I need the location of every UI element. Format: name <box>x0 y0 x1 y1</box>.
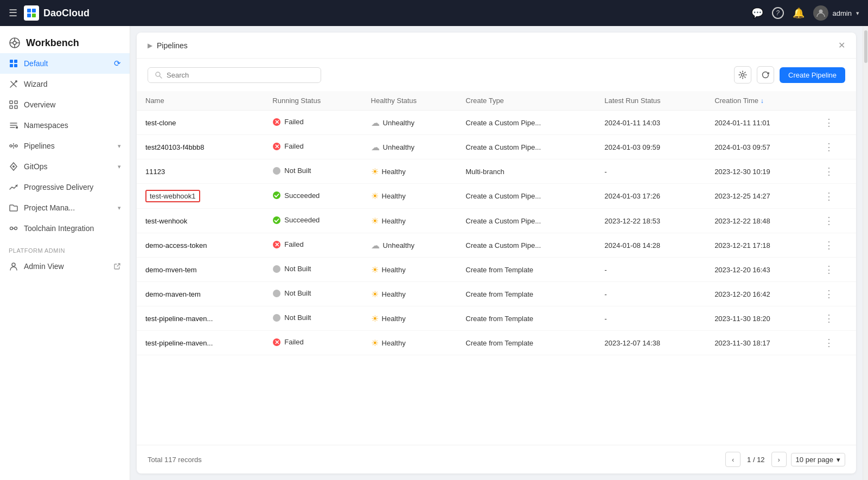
sidebar-item-project[interactable]: Project Mana... ▾ <box>0 197 130 218</box>
more-actions-button[interactable]: ⋮ <box>824 191 834 202</box>
prev-page-button[interactable]: ‹ <box>725 452 741 467</box>
latest-run-cell: - <box>596 306 706 331</box>
sun-icon: ☀ <box>371 313 379 324</box>
create-type-cell: Create a Custom Pipe... <box>457 111 596 135</box>
pipeline-name[interactable]: test-wenhook <box>145 217 187 225</box>
more-actions-button[interactable]: ⋮ <box>824 289 834 299</box>
settings-icon-button[interactable] <box>734 66 751 84</box>
menu-icon[interactable]: ☰ <box>9 7 17 19</box>
more-actions-button[interactable]: ⋮ <box>824 142 834 152</box>
pipeline-name[interactable]: demo-maven-tem <box>145 290 201 298</box>
running-status-badge: ✕ Failed <box>272 142 303 151</box>
pipeline-name[interactable]: test-pipeline-maven... <box>145 339 213 347</box>
sidebar-item-overview[interactable]: Overview <box>0 94 130 115</box>
latest-run-cell: 2023-12-22 18:53 <box>596 209 706 233</box>
name-cell: 11123 <box>137 159 264 184</box>
sidebar-progressive-label: Progressive Delivery <box>24 183 121 191</box>
running-status-cell: Succeeded <box>264 184 362 209</box>
next-page-button[interactable]: › <box>771 452 787 467</box>
create-type-cell: Create from Template <box>457 331 596 355</box>
healthy-badge: ☁ Unhealthy <box>371 118 415 128</box>
table-row: test-pipeline-maven... Not Built ☀ Healt… <box>137 306 856 331</box>
svg-rect-3 <box>32 14 36 17</box>
close-button[interactable]: ✕ <box>838 40 845 50</box>
user-menu[interactable]: admin ▾ <box>813 5 859 21</box>
healthy-badge: ☁ Unhealthy <box>371 142 415 152</box>
sidebar-item-default[interactable]: Default ⟳ <box>0 53 130 74</box>
scrollbar-thumb[interactable] <box>864 30 867 63</box>
running-status-label: Failed <box>284 338 303 346</box>
more-actions-button[interactable]: ⋮ <box>824 240 834 251</box>
name-cell: test-clone <box>137 111 264 135</box>
per-page-select[interactable]: 10 per page ▾ <box>791 453 845 466</box>
actions-cell: ⋮ <box>815 159 856 184</box>
pipeline-name[interactable]: test-webhook1 <box>145 190 200 202</box>
help-icon[interactable]: ? <box>772 7 784 19</box>
sidebar-item-progressive[interactable]: Progressive Delivery <box>0 177 130 197</box>
pipelines-table: Name Running Status Healthy Status Creat… <box>137 91 856 355</box>
refresh-icon-button[interactable] <box>757 66 774 84</box>
sidebar-item-namespaces[interactable]: Namespaces <box>0 115 130 136</box>
pipeline-name[interactable]: test-pipeline-maven... <box>145 315 213 323</box>
create-type-cell: Create a Custom Pipe... <box>457 233 596 258</box>
name-cell: test-wenhook <box>137 209 264 233</box>
pipeline-name[interactable]: 11123 <box>145 168 165 176</box>
svg-rect-20 <box>16 126 18 129</box>
actions-cell: ⋮ <box>815 184 856 209</box>
more-actions-button[interactable]: ⋮ <box>824 264 834 275</box>
search-box[interactable] <box>148 67 321 83</box>
pipeline-name[interactable]: demo-access-token <box>145 241 207 249</box>
sun-icon: ☀ <box>371 167 379 177</box>
more-actions-button[interactable]: ⋮ <box>824 215 834 226</box>
col-name: Name <box>137 91 264 111</box>
chat-icon[interactable]: 💬 <box>751 7 763 19</box>
create-type-cell: Multi-branch <box>457 159 596 184</box>
pipelines-arrow: ▾ <box>118 143 121 150</box>
more-actions-button[interactable]: ⋮ <box>824 313 834 324</box>
sun-icon: ☀ <box>371 265 379 275</box>
create-type-cell: Create from Template <box>457 282 596 306</box>
running-status-cell: Not Built <box>264 258 362 282</box>
pipeline-icon <box>9 141 18 151</box>
sidebar-item-admin-view[interactable]: Admin View <box>0 256 130 277</box>
more-actions-button[interactable]: ⋮ <box>824 117 834 128</box>
healthy-status-label: Unhealthy <box>383 241 415 249</box>
notbuilt-icon <box>272 167 281 175</box>
healthy-status-label: Healthy <box>382 217 406 225</box>
failed-icon: ✕ <box>272 118 281 126</box>
sidebar-pipelines-label: Pipelines <box>24 142 112 150</box>
admin-icon <box>9 261 18 271</box>
bell-icon[interactable]: 🔔 <box>793 7 805 19</box>
creation-time-cell: 2023-12-22 18:48 <box>706 209 815 233</box>
healthy-badge: ☀ Healthy <box>371 289 406 299</box>
pipeline-name[interactable]: test-clone <box>145 119 176 127</box>
sidebar-item-pipelines[interactable]: Pipelines ▾ <box>0 136 130 156</box>
pipeline-name[interactable]: test240103-f4bbb8 <box>145 143 204 151</box>
create-pipeline-button[interactable]: Create Pipeline <box>780 67 845 83</box>
pipelines-card: ▶ Pipelines ✕ <box>137 33 856 473</box>
workbench-label: Workbench <box>26 37 79 49</box>
refresh-icon[interactable]: ⟳ <box>114 59 121 68</box>
sort-icon[interactable]: ↓ <box>761 97 764 105</box>
more-actions-button[interactable]: ⋮ <box>824 337 834 348</box>
sidebar-item-toolchain[interactable]: Toolchain Integration <box>0 218 130 239</box>
healthy-status-cell: ☀ Healthy <box>362 331 457 355</box>
svg-point-46 <box>273 314 280 322</box>
pipeline-name[interactable]: demo-mven-tem <box>145 266 197 274</box>
search-icon <box>155 71 162 79</box>
name-cell: demo-mven-tem <box>137 258 264 282</box>
expand-icon[interactable]: ▶ <box>148 42 152 49</box>
svg-point-39 <box>273 167 280 175</box>
table-footer: Total 117 records ‹ 1 / 12 › 10 per page… <box>137 445 856 473</box>
sidebar-item-wizard[interactable]: Wizard <box>0 74 130 94</box>
col-running-status: Running Status <box>264 91 362 111</box>
running-status-cell: Not Built <box>264 306 362 331</box>
svg-rect-16 <box>10 101 12 104</box>
sidebar-item-gitops[interactable]: GitOps ▾ <box>0 156 130 177</box>
col-healthy-status: Healthy Status <box>362 91 457 111</box>
svg-rect-17 <box>15 101 17 104</box>
create-type-cell: Create from Template <box>457 258 596 282</box>
search-input[interactable] <box>167 71 314 79</box>
failed-icon: ✕ <box>272 240 281 249</box>
more-actions-button[interactable]: ⋮ <box>824 166 834 177</box>
